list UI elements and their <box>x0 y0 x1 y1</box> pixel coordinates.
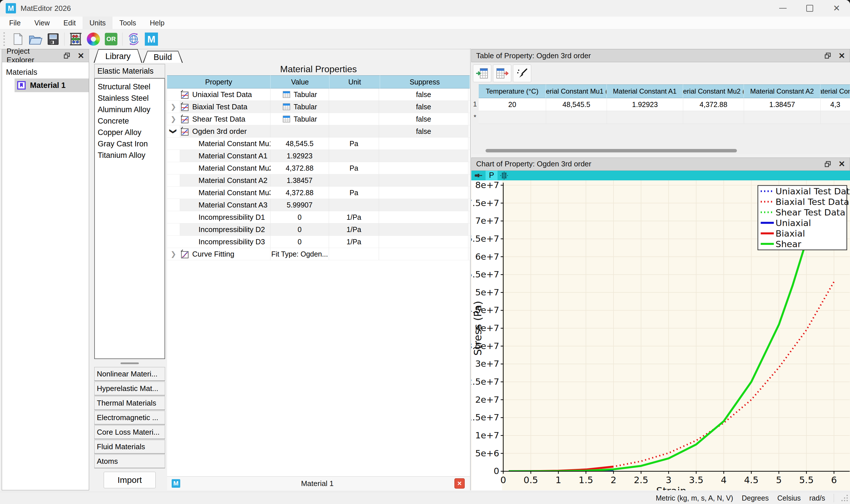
property-row[interactable]: Material Constant Mu34,372.88Pa <box>167 187 470 199</box>
table-cell[interactable] <box>744 111 820 124</box>
float-panel-icon[interactable] <box>64 52 70 59</box>
table-cell[interactable]: 1.38457 <box>744 98 820 111</box>
tab-library[interactable]: Library <box>94 49 142 63</box>
value-cell[interactable]: 4,372.88 <box>271 162 329 174</box>
chevron-down-icon[interactable]: ❯ <box>169 125 177 138</box>
web-sync-button[interactable] <box>125 31 142 47</box>
table-column-header[interactable]: Temperature (°C) <box>479 85 546 98</box>
table-cell[interactable] <box>820 111 850 124</box>
library-material-item[interactable]: Copper Alloy <box>95 127 164 138</box>
minimize-button[interactable] <box>769 0 796 17</box>
value-cell[interactable]: 0 <box>271 223 329 235</box>
table-cell[interactable]: 48,545.5 <box>546 98 607 111</box>
category-button[interactable]: Nonlinear Materi... <box>94 367 165 381</box>
chevron-right-icon[interactable]: ❯ <box>167 250 180 258</box>
menu-item-edit[interactable]: Edit <box>56 17 83 29</box>
property-row[interactable]: Material Constant A21.38457 <box>167 174 470 187</box>
property-row[interactable]: Incompressibility D301/Pa <box>167 236 470 248</box>
value-cell[interactable]: 1.92923 <box>271 150 329 162</box>
pin-icon[interactable] <box>473 172 483 179</box>
tree-root-materials[interactable]: Materials <box>2 66 89 78</box>
tree-item-material-1[interactable]: Material 1 <box>15 78 89 92</box>
value-cell[interactable]: 0 <box>271 211 329 223</box>
column-header-suppress[interactable]: Suppress <box>380 75 470 88</box>
category-button[interactable]: Atoms <box>94 454 165 468</box>
scrollbar-thumb[interactable] <box>486 149 737 152</box>
property-row[interactable]: Incompressibility D101/Pa <box>167 211 470 223</box>
row-header[interactable]: * <box>471 111 479 124</box>
p-button[interactable]: P <box>486 171 498 180</box>
close-panel-icon[interactable]: ✕ <box>78 51 84 60</box>
open-button[interactable] <box>27 31 44 47</box>
color-wheel-button[interactable] <box>85 31 102 47</box>
property-row[interactable]: Uniaxial Test DataTabularfalse <box>167 88 470 101</box>
property-row[interactable]: ❯Ogden 3rd orderfalse <box>167 125 470 138</box>
value-cell[interactable]: Tabular <box>271 101 329 113</box>
column-header-value[interactable]: Value <box>271 75 330 88</box>
close-panel-icon[interactable]: ✕ <box>838 51 845 60</box>
menu-item-view[interactable]: View <box>28 17 56 29</box>
table-cell[interactable] <box>479 111 546 124</box>
vertical-splitter[interactable] <box>470 49 471 490</box>
property-row[interactable]: Material Constant Mu148,545.5Pa <box>167 138 470 150</box>
library-material-item[interactable]: Titanium Alloy <box>95 149 164 161</box>
column-header-property[interactable]: Property <box>167 75 271 88</box>
table-column-header[interactable]: Material Constant A1 <box>607 85 683 98</box>
menu-item-help[interactable]: Help <box>143 17 171 29</box>
resize-grip-icon[interactable] <box>841 494 848 502</box>
value-cell[interactable]: 1.38457 <box>271 174 329 186</box>
table-column-header[interactable]: Material Constant A2 <box>744 85 820 98</box>
abacus-button[interactable] <box>67 31 84 47</box>
value-cell[interactable]: Tabular <box>271 113 329 125</box>
close-panel-icon[interactable]: ✕ <box>838 159 845 169</box>
library-material-item[interactable]: Gray Cast Iron <box>95 138 164 149</box>
row-header[interactable]: 1 <box>471 97 479 111</box>
close-button[interactable]: ✕ <box>823 0 850 17</box>
library-material-item[interactable]: Aluminum Alloy <box>95 104 164 115</box>
or-units-button[interactable]: OR <box>103 31 119 47</box>
export-table-button[interactable] <box>493 65 511 82</box>
menu-item-units[interactable]: Units <box>83 17 112 29</box>
property-row[interactable]: ❯Curve FittingFit Type: Ogden... <box>167 248 470 260</box>
table-cell[interactable]: 4,372.88 <box>683 98 744 111</box>
value-cell[interactable]: 48,545.5 <box>271 138 329 149</box>
splitter-handle[interactable] <box>121 362 139 364</box>
material-app-button[interactable]: M <box>143 31 160 47</box>
category-button[interactable]: Electromagnetic ... <box>94 411 165 425</box>
value-cell[interactable] <box>271 125 329 137</box>
new-file-button[interactable] <box>10 31 26 47</box>
close-material-tab-icon[interactable]: ✕ <box>454 478 465 489</box>
property-row[interactable]: ❯Biaxial Test DataTabularfalse <box>167 101 470 113</box>
maximize-button[interactable] <box>796 0 823 17</box>
category-button[interactable]: Core Loss Materi... <box>94 425 165 439</box>
table-cell[interactable]: 20 <box>479 98 546 111</box>
category-button[interactable]: Hyperelastic Mat... <box>94 382 165 396</box>
property-row[interactable]: Incompressibility D201/Pa <box>167 223 470 236</box>
table-cell[interactable]: 1.92923 <box>607 98 683 111</box>
value-cell[interactable]: 4,372.88 <box>271 187 329 199</box>
value-cell[interactable]: 5.99907 <box>271 199 329 211</box>
table-column-header[interactable]: aterial Constant Mu2 (P <box>683 85 744 98</box>
tab-build[interactable]: Build <box>143 51 183 63</box>
menu-item-file[interactable]: File <box>2 17 28 29</box>
property-row[interactable]: ❯Shear Test DataTabularfalse <box>167 113 470 125</box>
value-cell[interactable]: Fit Type: Ogden... <box>271 248 329 260</box>
library-material-item[interactable]: Concrete <box>95 115 164 127</box>
table-cell[interactable] <box>683 111 744 124</box>
value-cell[interactable]: Tabular <box>271 88 329 101</box>
float-panel-icon[interactable] <box>824 52 831 59</box>
library-material-item[interactable]: Structural Steel <box>95 81 164 92</box>
menu-item-tools[interactable]: Tools <box>112 17 143 29</box>
property-row[interactable]: Material Constant A11.92923 <box>167 150 470 162</box>
import-table-button[interactable] <box>473 65 491 82</box>
table-cell[interactable] <box>546 111 607 124</box>
value-cell[interactable]: 0 <box>271 236 329 248</box>
table-cell[interactable]: 4,3 <box>820 98 850 111</box>
property-row[interactable]: Material Constant Mu24,372.88Pa <box>167 162 470 174</box>
category-button[interactable]: Thermal Materials <box>94 396 165 410</box>
property-row[interactable]: Material Constant A35.99907 <box>167 199 470 211</box>
save-button[interactable] <box>45 31 62 47</box>
toolbar-drag-handle[interactable] <box>3 32 7 46</box>
table-column-header[interactable]: aterial Constant Mu1 (P <box>546 85 607 98</box>
elastic-materials-header[interactable]: Elastic Materials <box>94 64 165 79</box>
